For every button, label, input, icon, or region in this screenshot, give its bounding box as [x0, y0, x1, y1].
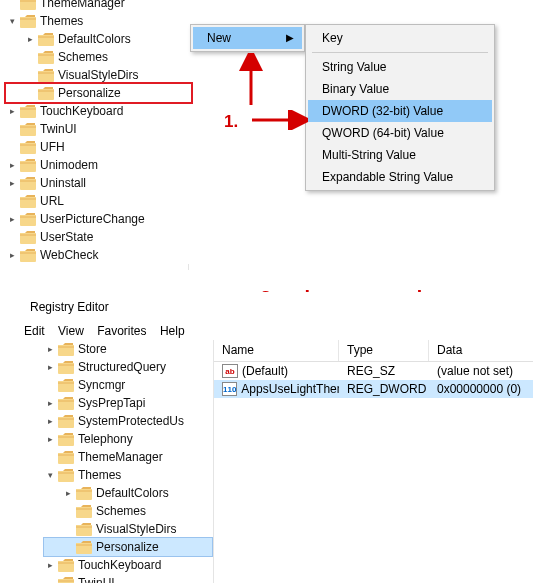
menu-favorites[interactable]: Favorites: [97, 324, 146, 338]
expander-icon[interactable]: [24, 69, 36, 81]
expander-icon[interactable]: [6, 231, 18, 243]
expander-icon[interactable]: [6, 123, 18, 135]
tree-node[interactable]: Schemes: [44, 502, 212, 520]
tree-node[interactable]: ▸UserPictureChange: [6, 210, 191, 228]
tree-node-label: Uninstall: [40, 174, 86, 192]
expander-icon[interactable]: ▸: [44, 397, 56, 409]
registry-tree[interactable]: ▸Store▸StructuredQuerySyncmgr▸SysPrepTap…: [44, 340, 212, 583]
expander-icon[interactable]: ▾: [44, 469, 56, 481]
tree-node[interactable]: ThemeManager: [44, 448, 212, 466]
tree-node[interactable]: ▸TouchKeyboard: [44, 556, 212, 574]
expander-icon[interactable]: [44, 577, 56, 583]
tree-node[interactable]: ▸Telephony: [44, 430, 212, 448]
tree-node[interactable]: ▸TouchKeyboard: [6, 102, 191, 120]
tree-node[interactable]: VisualStyleDirs: [44, 520, 212, 538]
expander-icon[interactable]: ▸: [62, 487, 74, 499]
folder-icon: [58, 433, 74, 446]
tree-node[interactable]: ▾Themes: [6, 12, 191, 30]
menu-item[interactable]: Multi-String Value: [308, 144, 492, 166]
expander-icon[interactable]: ▸: [6, 249, 18, 261]
col-header-type[interactable]: Type: [339, 340, 429, 361]
tree-node[interactable]: ▸SystemProtectedUs: [44, 412, 212, 430]
window-title: Registry Editor: [30, 300, 109, 314]
expander-icon[interactable]: ▸: [44, 559, 56, 571]
tree-node[interactable]: UserState: [6, 228, 191, 246]
tree-node[interactable]: URL: [6, 192, 191, 210]
menu-item[interactable]: Binary Value: [308, 78, 492, 100]
col-header-name[interactable]: Name: [214, 340, 339, 361]
expander-icon[interactable]: [24, 51, 36, 63]
expander-icon[interactable]: ▸: [44, 415, 56, 427]
tree-node[interactable]: ▸SysPrepTapi: [44, 394, 212, 412]
tree-node[interactable]: VisualStyleDirs: [6, 66, 191, 84]
menu-help[interactable]: Help: [160, 324, 185, 338]
tree-node[interactable]: TwinUI: [6, 120, 191, 138]
value-row[interactable]: ab(Default)REG_SZ(value not set): [214, 362, 533, 380]
menu-item[interactable]: DWORD (32-bit) Value: [308, 100, 492, 122]
tree-node[interactable]: ▸DefaultColors: [44, 484, 212, 502]
tree-node-label: Schemes: [58, 48, 108, 66]
expander-icon[interactable]: [6, 141, 18, 153]
expander-icon[interactable]: ▸: [6, 177, 18, 189]
expander-icon[interactable]: ▸: [44, 361, 56, 373]
menu-item[interactable]: Key: [308, 27, 492, 49]
expander-icon[interactable]: ▾: [6, 15, 18, 27]
tree-node[interactable]: ▸WebCheck: [6, 246, 191, 264]
menu-item-new[interactable]: New ▶: [193, 27, 302, 49]
tree-node[interactable]: UFH: [6, 138, 191, 156]
folder-icon: [20, 177, 36, 190]
tree-node[interactable]: ThemeManager: [6, 0, 191, 12]
expander-icon[interactable]: [44, 451, 56, 463]
expander-icon[interactable]: [62, 505, 74, 517]
tree-node[interactable]: Personalize: [6, 84, 191, 102]
menu-view[interactable]: View: [58, 324, 84, 338]
expander-icon[interactable]: [62, 523, 74, 535]
folder-icon: [20, 15, 36, 28]
expander-icon[interactable]: ▸: [44, 433, 56, 445]
menu-item[interactable]: Expandable String Value: [308, 166, 492, 188]
folder-icon: [20, 141, 36, 154]
arrow-icon: [248, 110, 308, 130]
context-submenu-value-types[interactable]: KeyString ValueBinary ValueDWORD (32-bit…: [305, 24, 495, 191]
expander-icon[interactable]: [6, 195, 18, 207]
value-data: 0x00000000 (0): [429, 382, 533, 396]
context-menu-new[interactable]: New ▶: [190, 24, 305, 52]
tree-node[interactable]: ▸Store: [44, 340, 212, 358]
tree-node[interactable]: Schemes: [6, 48, 191, 66]
folder-icon: [58, 397, 74, 410]
expander-icon[interactable]: [44, 379, 56, 391]
expander-icon[interactable]: ▸: [6, 105, 18, 117]
value-row[interactable]: 110AppsUseLightThemeREG_DWORD0x00000000 …: [214, 380, 533, 398]
folder-icon: [20, 231, 36, 244]
folder-icon: [58, 451, 74, 464]
expander-icon[interactable]: ▸: [6, 213, 18, 225]
folder-icon: [20, 0, 36, 10]
folder-icon: [76, 541, 92, 554]
tree-node[interactable]: ▸DefaultColors: [6, 30, 191, 48]
menu-bar[interactable]: Edit View Favorites Help: [24, 324, 195, 338]
expander-icon[interactable]: [6, 0, 18, 9]
expander-icon[interactable]: ▸: [6, 159, 18, 171]
tree-node[interactable]: TwinUI: [44, 574, 212, 583]
expander-icon[interactable]: [24, 87, 36, 99]
registry-tree[interactable]: ThemeManager▾Themes▸DefaultColorsSchemes…: [6, 0, 191, 264]
tree-node[interactable]: ▾Themes: [44, 466, 212, 484]
folder-icon: [20, 159, 36, 172]
menu-item[interactable]: QWORD (64-bit) Value: [308, 122, 492, 144]
expander-icon[interactable]: ▸: [44, 343, 56, 355]
list-header[interactable]: Name Type Data: [214, 340, 533, 362]
value-list[interactable]: ab(Default)REG_SZ(value not set)110AppsU…: [214, 362, 533, 398]
tree-node-label: Unimodem: [40, 156, 98, 174]
tree-node[interactable]: ▸Unimodem: [6, 156, 191, 174]
folder-icon: [20, 105, 36, 118]
tree-node[interactable]: ▸Uninstall: [6, 174, 191, 192]
expander-icon[interactable]: [62, 541, 74, 553]
tree-node-label: UserPictureChange: [40, 210, 145, 228]
tree-node[interactable]: Syncmgr: [44, 376, 212, 394]
col-header-data[interactable]: Data: [429, 340, 533, 361]
tree-node[interactable]: Personalize: [44, 538, 212, 556]
menu-item[interactable]: String Value: [308, 56, 492, 78]
tree-node[interactable]: ▸StructuredQuery: [44, 358, 212, 376]
menu-edit[interactable]: Edit: [24, 324, 45, 338]
expander-icon[interactable]: ▸: [24, 33, 36, 45]
